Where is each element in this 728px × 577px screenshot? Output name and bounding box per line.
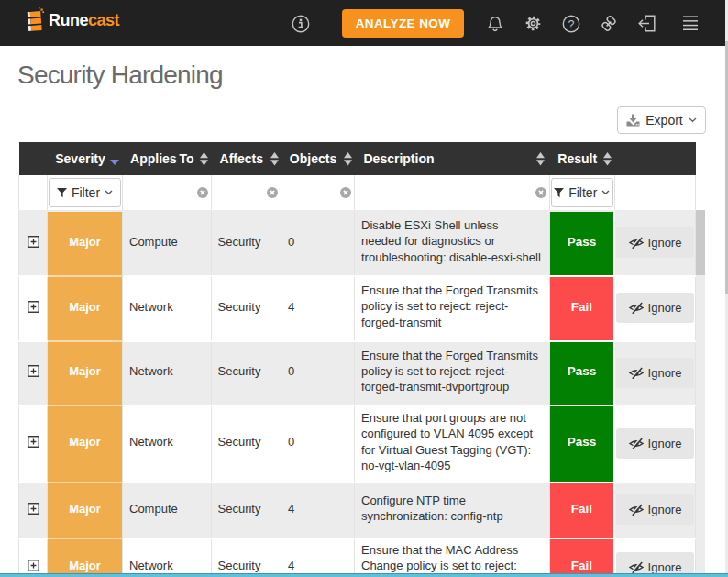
svg-text:?: ? xyxy=(568,18,575,31)
